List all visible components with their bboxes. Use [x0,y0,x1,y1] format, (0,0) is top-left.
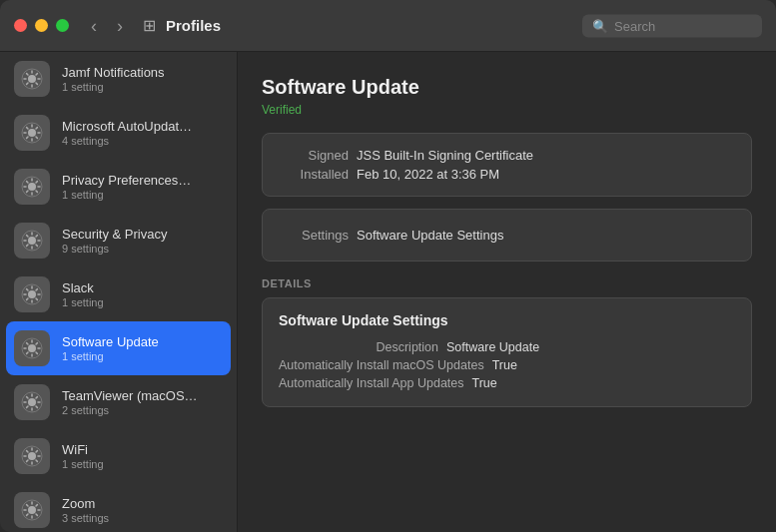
sidebar-item-name-wifi: WiFi [62,442,104,457]
sidebar-item-wifi[interactable]: WiFi1 setting [0,429,237,483]
signed-installed-card: Signed JSS Built-In Signing Certificate … [262,133,752,197]
close-button[interactable] [14,19,27,32]
search-icon: 🔍 [592,18,608,33]
sidebar-item-privacy-preferences[interactable]: Privacy Preferences…1 setting [0,160,237,214]
sidebar-item-icon-teamviewer [14,384,50,420]
sidebar-item-jamf-notifications[interactable]: Jamf Notifications1 setting [0,52,237,106]
installed-row: Installed Feb 10, 2022 at 3:36 PM [279,165,735,184]
back-button[interactable]: ‹ [85,15,103,37]
sidebar-item-name-jamf-notifications: Jamf Notifications [62,65,165,80]
sidebar-item-name-security-privacy: Security & Privacy [62,227,167,242]
sidebar-item-name-software-update: Software Update [62,334,159,349]
search-bar[interactable]: 🔍 [582,14,762,37]
sidebar-item-count-microsoft-autoupdate: 4 settings [62,135,192,147]
signed-value: JSS Built-In Signing Certificate [357,148,533,163]
svg-point-9 [28,290,36,298]
svg-point-7 [28,237,36,245]
details-section: DETAILS Software Update Settings Descrip… [262,277,752,407]
sidebar-item-icon-jamf-notifications [14,61,50,97]
sidebar-item-count-software-update: 1 setting [62,350,159,362]
signed-row: Signed JSS Built-In Signing Certificate [279,146,735,165]
settings-value: Software Update Settings [357,228,503,243]
main-layout: Jamf Notifications1 setting Microsoft Au… [0,52,776,532]
sidebar-item-count-zoom: 3 settings [62,512,109,524]
search-input[interactable] [614,18,752,33]
sidebar-item-name-zoom: Zoom [62,496,109,511]
auto-install-macos-row: Automatically Install macOS Updates True [279,356,735,374]
settings-card: Settings Software Update Settings [262,209,752,262]
maximize-button[interactable] [56,19,69,32]
svg-point-5 [28,183,36,191]
svg-point-17 [28,506,36,514]
sidebar-item-software-update[interactable]: Software Update1 setting [6,321,231,375]
window-controls [14,19,69,32]
sidebar-item-count-teamviewer: 2 settings [62,404,198,416]
svg-point-11 [28,344,36,352]
sidebar-item-security-privacy[interactable]: Security & Privacy9 settings [0,214,237,267]
details-card-title: Software Update Settings [279,312,735,328]
sidebar-item-slack[interactable]: Slack1 setting [0,267,237,321]
sidebar-item-count-slack: 1 setting [62,296,104,308]
sidebar-item-icon-software-update [14,330,50,366]
forward-button[interactable]: › [111,15,129,37]
sidebar-item-name-slack: Slack [62,280,104,295]
sidebar-item-name-teamviewer: TeamViewer (macOS… [62,388,198,403]
sidebar-item-zoom[interactable]: Zoom3 settings [0,483,237,532]
sidebar-item-icon-slack [14,276,50,312]
settings-row: Settings Software Update Settings [279,222,735,249]
titlebar: ‹ › ⊞ Profiles 🔍 [0,0,776,52]
svg-point-15 [28,452,36,460]
svg-point-1 [28,75,36,83]
sidebar-item-icon-security-privacy [14,223,50,259]
auto-install-app-row: Automatically Install App Updates True [279,374,735,392]
auto-install-macos-label: Automatically Install macOS Updates [279,358,484,372]
sidebar-item-icon-privacy-preferences [14,169,50,205]
minimize-button[interactable] [35,19,48,32]
verified-badge: Verified [262,103,752,117]
auto-install-app-label: Automatically Install App Updates [279,376,464,390]
description-label: Description [279,340,438,354]
titlebar-title: Profiles [166,17,221,34]
sidebar-item-icon-microsoft-autoupdate [14,115,50,151]
description-value: Software Update [446,340,539,354]
sidebar-item-microsoft-autoupdate[interactable]: Microsoft AutoUpdat…4 settings [0,106,237,160]
auto-install-app-value: True [472,376,497,390]
sidebar-item-teamviewer[interactable]: TeamViewer (macOS…2 settings [0,375,237,429]
sidebar-item-name-microsoft-autoupdate: Microsoft AutoUpdat… [62,119,192,134]
settings-label: Settings [279,228,349,243]
sidebar-item-name-privacy-preferences: Privacy Preferences… [62,173,191,188]
installed-value: Feb 10, 2022 at 3:36 PM [357,167,499,182]
nav-buttons: ‹ › [85,15,129,37]
sidebar-item-count-privacy-preferences: 1 setting [62,189,191,201]
installed-label: Installed [279,167,349,182]
grid-icon: ⊞ [143,16,156,35]
sidebar: Jamf Notifications1 setting Microsoft Au… [0,52,238,532]
svg-point-3 [28,129,36,137]
content-area: Software Update Verified Signed JSS Buil… [238,52,776,532]
sidebar-item-icon-wifi [14,438,50,474]
content-title: Software Update [262,76,752,99]
signed-label: Signed [279,148,349,163]
details-card: Software Update Settings Description Sof… [262,297,752,407]
sidebar-item-count-jamf-notifications: 1 setting [62,81,165,93]
auto-install-macos-value: True [492,358,517,372]
sidebar-item-count-security-privacy: 9 settings [62,243,167,255]
description-row: Description Software Update [279,338,735,356]
window: ‹ › ⊞ Profiles 🔍 Jamf Notifications1 set… [0,0,776,532]
svg-point-13 [28,398,36,406]
sidebar-item-icon-zoom [14,492,50,528]
sidebar-item-count-wifi: 1 setting [62,458,104,470]
details-header: DETAILS [262,277,752,289]
